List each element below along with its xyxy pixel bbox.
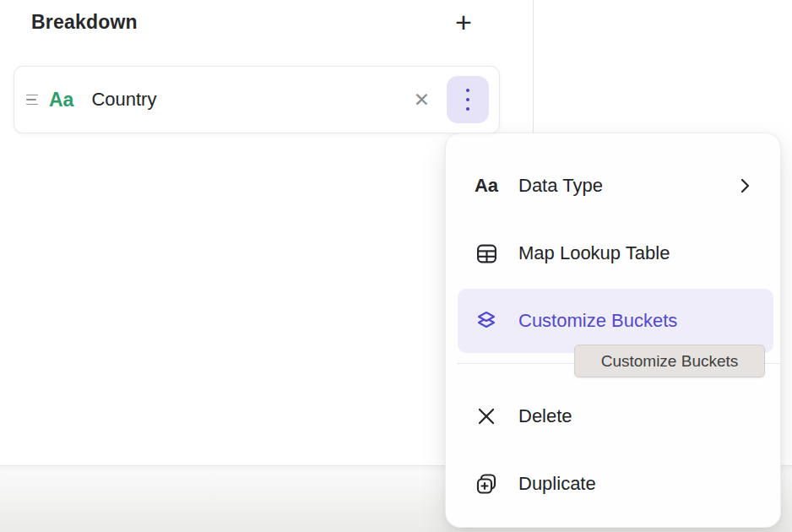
kebab-dot xyxy=(466,107,470,111)
remove-field-button[interactable]: ✕ xyxy=(407,85,437,115)
menu-item-data-type[interactable]: Aa Data Type xyxy=(458,154,773,218)
more-options-button[interactable] xyxy=(447,76,489,123)
page-title: Breakdown xyxy=(31,11,138,34)
drag-handle-icon[interactable] xyxy=(26,95,38,106)
menu-item-label: Map Lookup Table xyxy=(518,242,670,264)
breakdown-field-card[interactable]: Aa Country ✕ xyxy=(14,66,500,133)
menu-item-delete[interactable]: Delete xyxy=(458,384,773,448)
text-data-type-icon: Aa xyxy=(49,89,73,111)
menu-item-label: Duplicate xyxy=(518,473,596,495)
field-options-menu: Aa Data Type Map Lookup Table Customize … xyxy=(445,133,781,528)
chevron-right-icon xyxy=(738,176,751,195)
menu-item-label: Data Type xyxy=(518,175,603,197)
customize-buckets-tooltip: Customize Buckets xyxy=(574,345,765,377)
close-icon xyxy=(474,406,499,426)
menu-item-label: Delete xyxy=(518,405,572,427)
text-data-type-icon: Aa xyxy=(474,175,499,197)
menu-item-duplicate[interactable]: Duplicate xyxy=(458,452,773,516)
layers-icon xyxy=(474,309,499,333)
add-breakdown-button[interactable]: + xyxy=(447,5,480,39)
menu-item-label: Customize Buckets xyxy=(518,310,677,332)
duplicate-icon xyxy=(474,472,499,496)
table-icon xyxy=(474,242,499,265)
kebab-dot xyxy=(466,98,470,102)
field-name: Country xyxy=(91,89,156,111)
menu-item-customize-buckets[interactable]: Customize Buckets xyxy=(458,289,773,353)
kebab-dot xyxy=(466,89,470,93)
tooltip-text: Customize Buckets xyxy=(601,352,739,371)
menu-item-map-lookup-table[interactable]: Map Lookup Table xyxy=(458,221,773,285)
breakdown-header: Breakdown + xyxy=(31,5,504,39)
